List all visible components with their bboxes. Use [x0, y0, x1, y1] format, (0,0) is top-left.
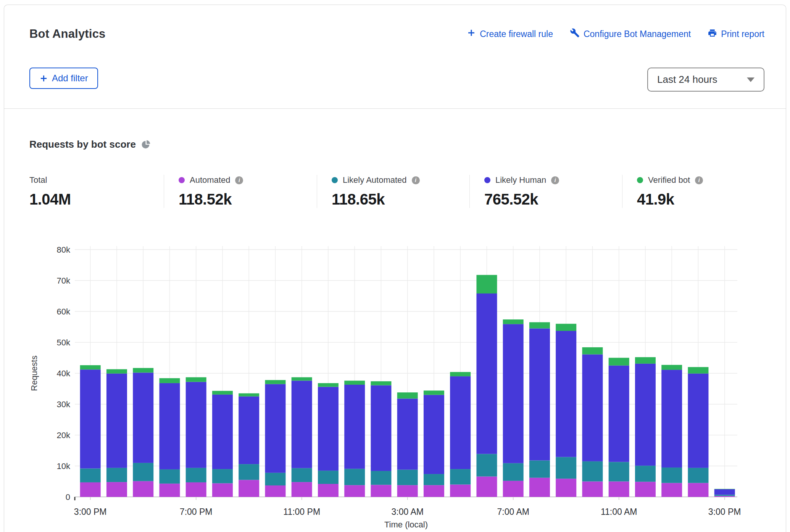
info-icon[interactable]: i [412, 176, 420, 184]
bar-segment-likely-automated[interactable] [556, 457, 576, 479]
bar-segment-likely-automated[interactable] [397, 470, 418, 485]
bar-segment-automated[interactable] [106, 482, 127, 497]
bar-segment-likely-automated[interactable] [292, 468, 312, 482]
bar-segment-verified-bot[interactable] [556, 324, 576, 331]
bar-segment-automated[interactable] [159, 484, 180, 497]
bar-segment-likely-human[interactable] [714, 489, 735, 495]
bar-segment-verified-bot[interactable] [186, 377, 206, 382]
bar-segment-likely-automated[interactable] [714, 495, 735, 496]
bar-segment-automated[interactable] [397, 485, 418, 497]
bar-segment-likely-automated[interactable] [661, 468, 682, 483]
bar-segment-likely-human[interactable] [688, 374, 708, 468]
bar-segment-likely-human[interactable] [529, 329, 550, 461]
bar-segment-likely-human[interactable] [212, 395, 233, 469]
bar-segment-likely-automated[interactable] [344, 469, 365, 485]
bar-segment-automated[interactable] [450, 485, 471, 497]
requests-chart[interactable]: 010k20k30k40k50k60k70k80k3:00 PM7:00 PM1… [4, 245, 786, 532]
bar-segment-likely-automated[interactable] [450, 469, 471, 485]
bar-segment-likely-automated[interactable] [265, 473, 285, 485]
bar-segment-likely-human[interactable] [582, 355, 603, 461]
bar-segment-automated[interactable] [424, 485, 444, 497]
time-range-select[interactable]: Last 24 hours [647, 68, 764, 92]
bar-segment-likely-human[interactable] [476, 293, 497, 454]
bar-segment-likely-automated[interactable] [80, 468, 101, 482]
bar-segment-likely-human[interactable] [80, 369, 101, 468]
bar-segment-likely-automated[interactable] [371, 471, 391, 485]
bar-segment-verified-bot[interactable] [503, 319, 524, 324]
bar-segment-verified-bot[interactable] [476, 275, 497, 293]
bar-segment-likely-human[interactable] [159, 383, 180, 469]
bar-segment-likely-human[interactable] [424, 395, 444, 474]
bar-segment-likely-automated[interactable] [476, 454, 497, 476]
create-firewall-rule-link[interactable]: Create firewall rule [467, 28, 553, 40]
bar-segment-automated[interactable] [661, 483, 682, 497]
bar-segment-likely-automated[interactable] [609, 462, 629, 481]
bar-segment-verified-bot[interactable] [292, 377, 312, 381]
print-report-link[interactable]: Print report [708, 28, 764, 40]
bar-segment-automated[interactable] [476, 477, 497, 497]
bar-segment-likely-automated[interactable] [424, 474, 444, 485]
add-filter-button[interactable]: Add filter [29, 68, 98, 89]
bar-segment-automated[interactable] [582, 482, 603, 497]
bar-segment-verified-bot[interactable] [159, 378, 180, 383]
bar-segment-verified-bot[interactable] [450, 372, 471, 376]
bar-segment-likely-human[interactable] [318, 387, 339, 471]
bar-segment-automated[interactable] [688, 483, 708, 497]
bar-segment-automated[interactable] [186, 482, 206, 497]
bar-segment-likely-human[interactable] [239, 397, 259, 464]
bar-segment-likely-human[interactable] [556, 331, 576, 457]
bar-segment-verified-bot[interactable] [106, 369, 127, 373]
bar-segment-verified-bot[interactable] [424, 390, 444, 395]
bar-segment-automated[interactable] [80, 482, 101, 497]
bar-segment-automated[interactable] [318, 484, 339, 497]
bar-segment-verified-bot[interactable] [688, 367, 708, 374]
bar-segment-verified-bot[interactable] [318, 383, 339, 387]
configure-bot-management-link[interactable]: Configure Bot Management [570, 28, 691, 40]
bar-segment-verified-bot[interactable] [265, 380, 285, 384]
bar-segment-automated[interactable] [239, 480, 259, 497]
bar-segment-likely-automated[interactable] [529, 460, 550, 477]
bar-segment-automated[interactable] [133, 481, 153, 497]
bar-segment-likely-human[interactable] [265, 384, 285, 472]
bar-segment-automated[interactable] [635, 482, 656, 497]
bar-segment-automated[interactable] [292, 482, 312, 497]
bar-segment-verified-bot[interactable] [397, 392, 418, 398]
bar-segment-likely-automated[interactable] [133, 463, 153, 481]
bar-segment-automated[interactable] [609, 482, 629, 497]
bar-segment-likely-automated[interactable] [106, 468, 127, 482]
bar-segment-likely-automated[interactable] [635, 466, 656, 482]
bar-segment-likely-automated[interactable] [503, 463, 524, 481]
bar-segment-likely-human[interactable] [635, 364, 656, 466]
bar-segment-likely-automated[interactable] [582, 461, 603, 482]
bar-segment-verified-bot[interactable] [133, 368, 153, 372]
bar-segment-likely-human[interactable] [186, 382, 206, 468]
bar-segment-automated[interactable] [503, 481, 524, 497]
bar-segment-likely-human[interactable] [503, 324, 524, 463]
bar-segment-likely-automated[interactable] [212, 469, 233, 483]
bar-segment-automated[interactable] [344, 485, 365, 497]
bar-segment-automated[interactable] [371, 485, 391, 497]
bar-segment-verified-bot[interactable] [714, 489, 735, 489]
bar-segment-verified-bot[interactable] [609, 358, 629, 366]
bar-segment-likely-human[interactable] [397, 398, 418, 469]
bar-segment-likely-human[interactable] [609, 366, 629, 462]
bar-segment-likely-automated[interactable] [318, 471, 339, 484]
bar-segment-likely-human[interactable] [292, 380, 312, 468]
bar-segment-likely-automated[interactable] [688, 468, 708, 483]
bar-segment-likely-human[interactable] [371, 385, 391, 471]
bar-segment-likely-human[interactable] [450, 376, 471, 469]
bar-segment-likely-automated[interactable] [159, 469, 180, 484]
bar-segment-automated[interactable] [212, 483, 233, 497]
bar-segment-likely-human[interactable] [661, 370, 682, 468]
bar-segment-likely-automated[interactable] [239, 464, 259, 480]
bar-segment-automated[interactable] [529, 478, 550, 497]
bar-segment-likely-human[interactable] [106, 374, 127, 468]
bar-segment-verified-bot[interactable] [239, 393, 259, 397]
bar-segment-verified-bot[interactable] [80, 365, 101, 369]
info-icon[interactable]: i [235, 176, 243, 184]
bar-segment-likely-automated[interactable] [186, 468, 206, 482]
bar-segment-verified-bot[interactable] [582, 347, 603, 355]
bar-segment-automated[interactable] [714, 496, 735, 497]
bar-segment-likely-human[interactable] [133, 372, 153, 463]
bar-segment-verified-bot[interactable] [371, 381, 391, 385]
